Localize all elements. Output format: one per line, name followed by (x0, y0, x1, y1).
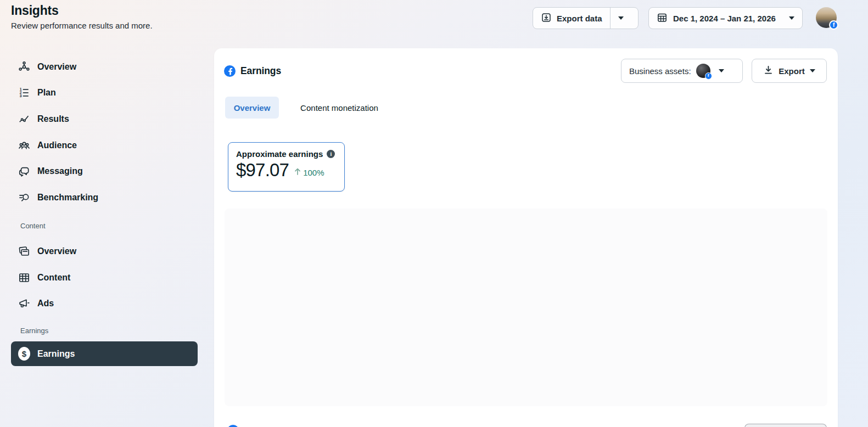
sidebar-section-content: Content (20, 222, 46, 230)
export-data-label: Export data (557, 14, 602, 23)
facebook-icon (224, 65, 236, 77)
facebook-badge-icon: f (829, 20, 838, 30)
sidebar-item-earnings[interactable]: $ Earnings (11, 341, 198, 366)
dollar-icon: $ (18, 348, 30, 360)
audience-icon (18, 139, 30, 151)
tab-overview[interactable]: Overview (225, 97, 279, 119)
benchmarking-icon (18, 192, 30, 204)
sidebar-item-content[interactable]: Content (11, 265, 198, 291)
sidebar-item-audience[interactable]: Audience (11, 132, 198, 159)
overview-icon (18, 61, 30, 73)
sidebar-item-label: Benchmarking (37, 193, 98, 203)
page-subtitle: Review performance results and more. (11, 21, 153, 30)
profile-avatar[interactable]: f (816, 7, 837, 28)
export-tray-icon (541, 12, 552, 25)
megaphone-icon (18, 297, 30, 310)
bottom-button-sliver[interactable] (744, 424, 827, 427)
insights-page: Insights Review performance results and … (0, 0, 868, 427)
posts-icon (18, 245, 30, 257)
sidebar-item-label: Earnings (37, 349, 75, 359)
business-assets-label: Business assets: (629, 66, 691, 76)
sidebar-item-plan[interactable]: 123 Plan (11, 80, 198, 106)
table-icon (18, 272, 30, 284)
sidebar-item-label: Results (37, 114, 69, 124)
info-icon[interactable]: i (327, 150, 335, 158)
export-data-menu-button[interactable] (611, 8, 632, 29)
trend-value: 100% (303, 168, 324, 177)
earnings-chart-placeholder (225, 209, 827, 406)
export-button[interactable]: Export (752, 59, 827, 83)
business-assets-dropdown[interactable]: Business assets: f (621, 59, 743, 83)
sidebar-item-label: Ads (37, 299, 54, 308)
sidebar-item-label: Overview (37, 62, 76, 72)
sidebar-item-label: Audience (37, 141, 77, 150)
metric-title: Approximate earnings (236, 149, 323, 159)
page-title: Insights (11, 3, 59, 18)
approximate-earnings-card[interactable]: Approximate earnings i $97.07 100% (228, 142, 345, 192)
plan-icon: 123 (18, 87, 30, 99)
metric-value: $97.07 (236, 160, 289, 180)
calendar-icon (657, 12, 668, 25)
export-data-button[interactable]: Export data (533, 8, 610, 29)
svg-text:3: 3 (20, 94, 22, 98)
chevron-down-icon (810, 69, 815, 72)
results-icon (18, 113, 30, 125)
messaging-icon (18, 165, 30, 177)
sidebar-item-label: Overview (37, 246, 76, 256)
date-range-button[interactable]: Dec 1, 2024 – Jan 21, 2026 (648, 7, 803, 29)
trend-up-arrow-icon (294, 167, 301, 177)
chevron-down-icon (789, 16, 794, 20)
sidebar-item-messaging[interactable]: Messaging (11, 158, 198, 184)
sidebar-item-ads[interactable]: Ads (11, 290, 198, 317)
sidebar-item-results[interactable]: Results (11, 106, 198, 132)
sidebar-item-benchmarking[interactable]: Benchmarking (11, 184, 198, 211)
sidebar-section-earnings: Earnings (20, 327, 48, 335)
sidebar-item-label: Plan (37, 88, 56, 98)
sidebar-item-content-overview[interactable]: Overview (11, 238, 198, 265)
date-range-label: Dec 1, 2024 – Jan 21, 2026 (673, 14, 776, 23)
business-asset-avatar: f (696, 64, 710, 78)
sidebar-item-overview[interactable]: Overview (11, 54, 198, 80)
facebook-badge-icon: f (705, 72, 712, 80)
chevron-down-icon (618, 16, 624, 20)
export-data-split-button[interactable]: Export data (533, 7, 639, 29)
export-label: Export (779, 66, 805, 76)
download-icon (763, 65, 774, 77)
chevron-down-icon (719, 69, 724, 72)
sidebar-item-label: Content (37, 273, 70, 283)
tab-content-monetization[interactable]: Content monetization (293, 97, 386, 119)
sidebar-item-label: Messaging (37, 166, 83, 176)
section-heading: Earnings (240, 65, 281, 77)
